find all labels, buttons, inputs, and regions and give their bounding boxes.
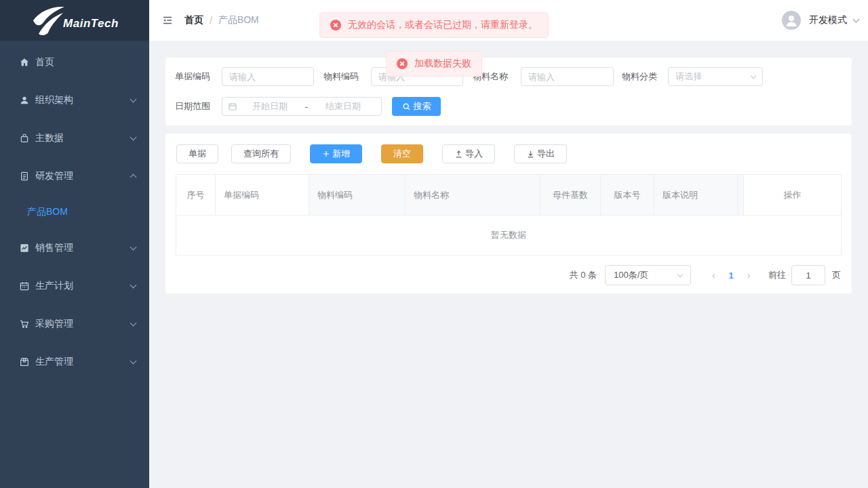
- sidebar-item-production-plan[interactable]: 生产计划: [0, 267, 149, 305]
- chevron-down-icon: [130, 358, 137, 365]
- field-label-doc-code: 单据编码: [175, 67, 213, 86]
- import-button[interactable]: 导入: [442, 144, 495, 163]
- col-index: 序号: [176, 175, 216, 215]
- user-mode-label: 开发模式: [809, 14, 847, 26]
- query-all-button[interactable]: 查询所有: [231, 144, 291, 163]
- col-version-desc: 版本说明: [654, 175, 738, 215]
- sidebar-item-product-bom[interactable]: 产品BOM: [0, 195, 149, 229]
- chevron-down-icon: [130, 96, 137, 103]
- sidebar-item-master-data[interactable]: 主数据: [0, 119, 149, 157]
- sidebar-fold-icon[interactable]: [161, 14, 174, 26]
- search-form-card: 单据编码 物料编码 物料名称 物料分类 请选择 日期范围 开始日期 - 结束日期…: [165, 58, 852, 125]
- page-unit-label: 页: [832, 269, 841, 281]
- col-actions: 操作: [744, 175, 841, 215]
- table-card: 单据 查询所有 新增 清空 导入 导出 序号 单据编码 物料编码 物料名称 母件…: [165, 134, 852, 293]
- scrollbar-gutter: [738, 175, 744, 215]
- doc-code-input[interactable]: [222, 67, 314, 86]
- chevron-down-icon: [751, 73, 756, 78]
- chevron-down-icon: [853, 16, 860, 23]
- sidebar-item-home[interactable]: 首页: [0, 43, 149, 81]
- chevron-up-icon: [130, 174, 137, 181]
- date-range-picker[interactable]: 开始日期 - 结束日期: [222, 97, 382, 116]
- col-parent-base: 母件基数: [540, 175, 601, 215]
- sidebar-item-rd-management[interactable]: 研发管理: [0, 157, 149, 195]
- user-menu[interactable]: 开发模式: [782, 11, 859, 30]
- chart-icon: [19, 243, 30, 253]
- sidebar-item-production-management[interactable]: 生产管理: [0, 343, 149, 381]
- field-label-date-range: 日期范围: [175, 97, 213, 116]
- end-date-placeholder: 结束日期: [311, 100, 376, 113]
- sidebar-item-sales-management[interactable]: 销售管理: [0, 229, 149, 267]
- sidebar-menu: 首页 组织架构 主数据 研发管理 产品BOM: [0, 41, 149, 381]
- toast-session-invalid: 无效的会话，或者会话已过期，请重新登录。: [319, 12, 549, 38]
- chevron-down-icon: [130, 134, 137, 141]
- table-empty-state: 暂无数据: [176, 216, 841, 255]
- goto-label: 前往: [768, 269, 786, 281]
- logo-text: MainTech: [63, 17, 119, 30]
- clear-button[interactable]: 清空: [381, 144, 423, 163]
- upload-icon: [454, 150, 463, 159]
- field-label-material-category: 物料分类: [622, 67, 660, 86]
- calendar-icon: [19, 281, 30, 291]
- chevron-down-icon: [677, 271, 683, 277]
- sidebar-item-organization[interactable]: 组织架构: [0, 81, 149, 119]
- material-category-select[interactable]: 请选择: [668, 67, 763, 86]
- chevron-down-icon: [130, 320, 137, 327]
- plus-icon: [322, 150, 330, 158]
- goto-page-input[interactable]: [791, 265, 825, 285]
- pagination-total: 共 0 条: [570, 269, 597, 281]
- date-range-separator: -: [302, 102, 311, 112]
- export-button[interactable]: 导出: [514, 144, 567, 163]
- error-circle-icon: [397, 58, 408, 69]
- avatar: [782, 11, 801, 30]
- chevron-down-icon: [130, 282, 137, 289]
- search-button[interactable]: 搜索: [392, 97, 441, 116]
- sidebar: MainTech 首页 组织架构 主数据: [0, 0, 149, 488]
- breadcrumb: 首页 / 产品BOM: [184, 14, 259, 26]
- sidebar-item-purchase-management[interactable]: 采购管理: [0, 305, 149, 343]
- cart-icon: [19, 319, 30, 329]
- breadcrumb-separator: /: [210, 15, 212, 26]
- toast-load-failed: 加载数据失败: [386, 51, 482, 77]
- box-icon: [19, 357, 30, 367]
- table-header-row: 序号 单据编码 物料编码 物料名称 母件基数 版本号 版本说明 操作: [176, 175, 841, 216]
- col-material-name: 物料名称: [406, 175, 540, 215]
- download-icon: [526, 150, 535, 159]
- logo-swoosh-icon: [31, 5, 66, 35]
- material-name-input[interactable]: [521, 67, 614, 86]
- prev-page-button[interactable]: ‹: [705, 270, 722, 281]
- error-circle-icon: [330, 20, 341, 30]
- logo: MainTech: [0, 0, 149, 41]
- col-material-code: 物料编码: [309, 175, 406, 215]
- page-size-select[interactable]: 100条/页: [605, 265, 691, 285]
- toast-message: 无效的会话，或者会话已过期，请重新登录。: [348, 19, 538, 31]
- breadcrumb-home[interactable]: 首页: [184, 14, 203, 26]
- user-icon: [19, 95, 30, 106]
- col-doc-code: 单据编码: [216, 175, 309, 215]
- bag-icon: [19, 133, 30, 144]
- col-version: 版本号: [601, 175, 654, 215]
- breadcrumb-current: 产品BOM: [218, 14, 259, 26]
- next-page-button[interactable]: ›: [740, 270, 757, 281]
- calendar-icon: [228, 102, 237, 111]
- home-icon: [19, 57, 30, 68]
- field-label-material-code: 物料编码: [323, 67, 361, 86]
- add-button[interactable]: 新增: [310, 144, 362, 163]
- toolbar: 单据 查询所有 新增 清空 导入 导出: [176, 144, 580, 163]
- current-page[interactable]: 1: [722, 270, 740, 281]
- pagination: 共 0 条 100条/页 ‹ 1 › 前往 页: [570, 265, 841, 285]
- toast-message: 加载数据失败: [414, 58, 471, 70]
- data-table: 序号 单据编码 物料编码 物料名称 母件基数 版本号 版本说明 操作 暂无数据: [176, 174, 842, 256]
- start-date-placeholder: 开始日期: [237, 100, 302, 113]
- document-icon: [19, 171, 30, 182]
- chevron-down-icon: [130, 244, 137, 251]
- doc-button[interactable]: 单据: [176, 144, 218, 163]
